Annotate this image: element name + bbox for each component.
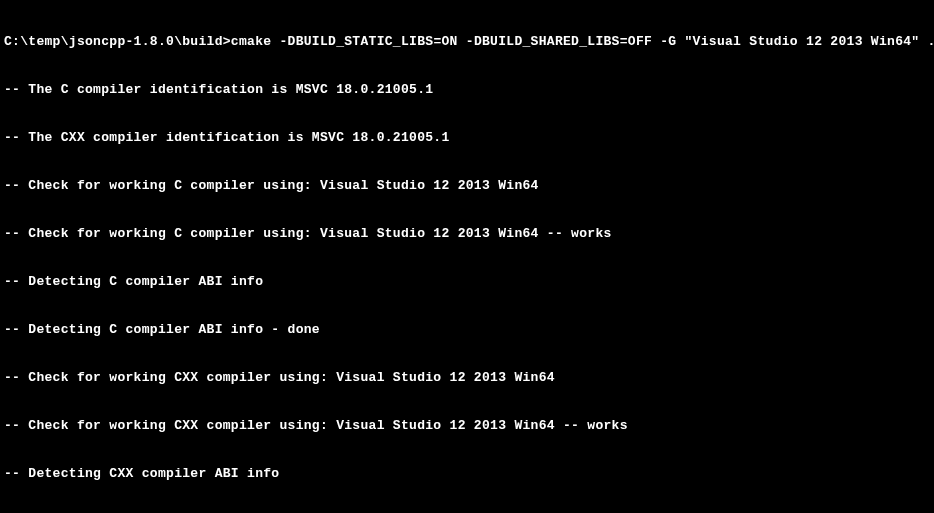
output-line: -- Check for working CXX compiler using:… — [4, 418, 930, 434]
output-line: -- Check for working CXX compiler using:… — [4, 370, 930, 386]
command: cmake -DBUILD_STATIC_LIBS=ON -DBUILD_SHA… — [231, 34, 934, 49]
output-line: -- Detecting C compiler ABI info — [4, 274, 930, 290]
terminal-output[interactable]: C:\temp\jsoncpp-1.8.0\build>cmake -DBUIL… — [4, 2, 930, 513]
output-line: -- Detecting CXX compiler ABI info — [4, 466, 930, 482]
command-line: C:\temp\jsoncpp-1.8.0\build>cmake -DBUIL… — [4, 34, 930, 50]
prompt: C:\temp\jsoncpp-1.8.0\build> — [4, 34, 231, 49]
output-line: -- Check for working C compiler using: V… — [4, 178, 930, 194]
output-line: -- Detecting C compiler ABI info - done — [4, 322, 930, 338]
output-line: -- The C compiler identification is MSVC… — [4, 82, 930, 98]
output-line: -- Check for working C compiler using: V… — [4, 226, 930, 242]
output-line: -- The CXX compiler identification is MS… — [4, 130, 930, 146]
